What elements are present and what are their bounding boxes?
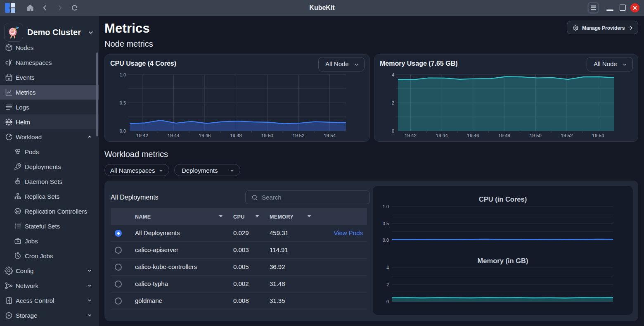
svg-text:4: 4 xyxy=(392,72,394,77)
svg-text:19:50: 19:50 xyxy=(261,133,273,138)
svg-text:19:48: 19:48 xyxy=(498,133,510,138)
svg-text:HELM: HELM xyxy=(6,121,12,123)
svg-text:4: 4 xyxy=(386,265,389,270)
svg-text:1.0: 1.0 xyxy=(120,72,126,77)
svg-text:1.0: 1.0 xyxy=(383,204,389,209)
svg-text:2: 2 xyxy=(386,282,389,287)
svg-text:19:46: 19:46 xyxy=(199,133,211,138)
svg-text:0: 0 xyxy=(386,299,389,304)
svg-text:19:50: 19:50 xyxy=(530,133,542,138)
svg-text:19:54: 19:54 xyxy=(324,133,336,138)
svg-text:0.0: 0.0 xyxy=(383,238,389,243)
svg-text:19:52: 19:52 xyxy=(293,133,305,138)
svg-text:19:42: 19:42 xyxy=(136,133,148,138)
svg-text:19:44: 19:44 xyxy=(168,133,180,138)
svg-text:0.5: 0.5 xyxy=(383,221,389,226)
svg-text:19:52: 19:52 xyxy=(561,133,573,138)
svg-text:19:44: 19:44 xyxy=(436,133,448,138)
svg-text:19:54: 19:54 xyxy=(592,133,604,138)
svg-text:0.5: 0.5 xyxy=(120,100,126,105)
svg-text:19:48: 19:48 xyxy=(230,133,242,138)
svg-text:0: 0 xyxy=(392,128,394,133)
svg-text:2: 2 xyxy=(392,100,394,105)
svg-text:19:46: 19:46 xyxy=(467,133,479,138)
svg-text:0.0: 0.0 xyxy=(120,128,126,133)
svg-text:19:42: 19:42 xyxy=(405,133,417,138)
